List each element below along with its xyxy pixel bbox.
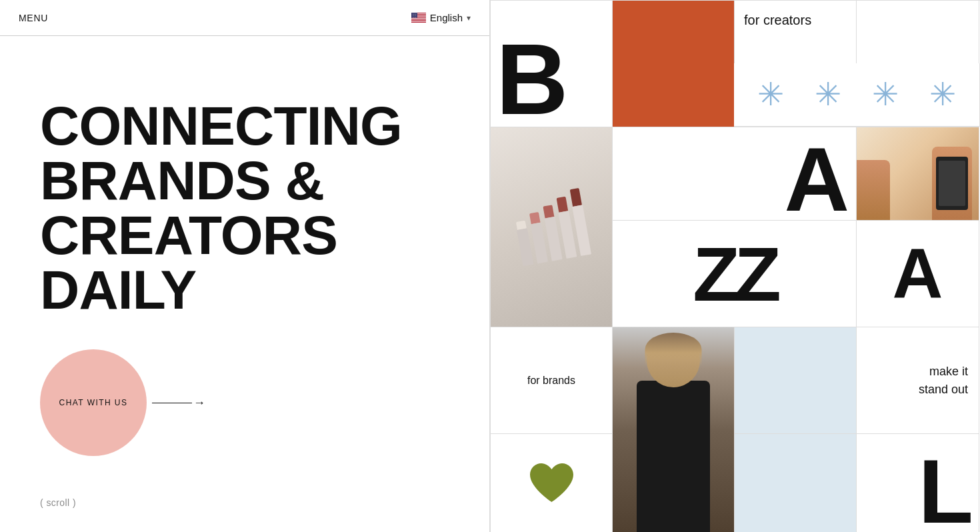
svg-rect-11 [411,21,426,22]
cell-heart [491,434,613,532]
scroll-label: ( scroll ) [40,497,76,508]
language-label: English [430,12,463,23]
cell-b: B [491,1,613,127]
cell-person [613,327,735,532]
hero-content: CONNECTING BRANDS & CREATORS DAILY CHAT … [0,36,489,532]
cell-l: L [857,434,979,532]
cell-for-brands: for brands [491,327,613,434]
flag-icon: ★★★★★ ★★★★ ★★★★★ ★★★★ ★★★★★ ★★★★ [411,13,426,23]
svg-rect-10 [411,21,426,21]
asterisk-3: ✳ [872,79,899,111]
svg-rect-8 [411,19,426,19]
hero-title: CONNECTING BRANDS & CREATORS DAILY [40,99,449,317]
menu-button[interactable]: MENU [19,13,48,23]
letter-a-2: A [893,234,943,314]
svg-rect-7 [411,18,426,19]
asterisk-1: ✳ [757,79,784,111]
heart-icon [527,460,577,507]
cell-light-blue-5 [735,434,857,532]
cell-asterisks: ✳ ✳ ✳ ✳ [734,63,980,127]
cta-button[interactable]: CHAT WITH US [40,349,147,456]
letter-a-1: A [785,139,850,221]
cell-light-blue-4 [735,327,857,434]
chevron-down-icon: ▾ [467,13,471,23]
cta-label: CHAT WITH US [59,398,128,407]
asterisk-2: ✳ [815,79,841,111]
for-creators-text: for creators [744,13,811,28]
letter-b: B [496,32,568,127]
arrow-bar [152,403,192,403]
for-brands-text: for brands [527,375,575,387]
cell-lipstick [491,127,613,327]
arrow-line: → [152,396,205,410]
cell-orange [613,1,735,127]
svg-text:★: ★ [415,17,416,18]
nav-bar: MENU ★★★★★ ★★★★ ★★★★★ [0,0,489,36]
asterisk-4: ✳ [929,79,956,111]
letter-l: L [919,451,973,533]
language-selector[interactable]: ★★★★★ ★★★★ ★★★★★ ★★★★ ★★★★★ ★★★★ English… [411,12,471,23]
make-it-text: make it stand out [919,363,968,399]
left-panel: MENU ★★★★★ ★★★★ ★★★★★ [0,0,490,532]
cell-zz: ZZ [613,221,857,327]
cell-a-2: A [857,221,979,327]
letter-zz: ZZ [693,230,776,318]
arrow-icon: → [193,396,205,410]
cell-a-1: A [613,127,857,221]
cell-make-it: make it stand out [857,327,979,434]
svg-rect-12 [411,22,426,23]
svg-rect-9 [411,19,426,20]
cta-area: CHAT WITH US → [40,349,449,456]
cell-phone [857,127,979,221]
